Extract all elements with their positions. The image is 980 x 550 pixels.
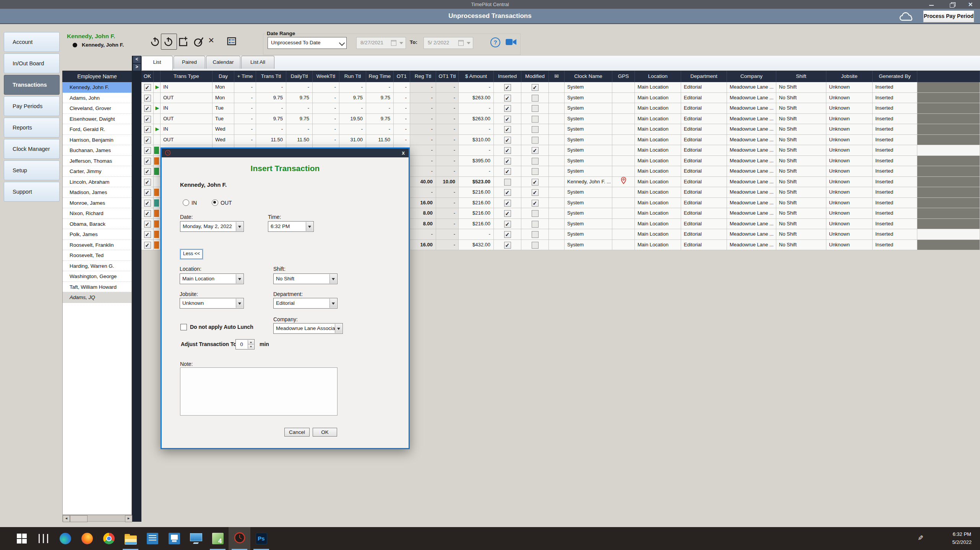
ok-checkbox[interactable]: [144, 189, 151, 196]
ok-checkbox[interactable]: [144, 200, 151, 207]
inserted-checkbox[interactable]: [504, 179, 511, 186]
add-transaction-icon[interactable]: [177, 36, 188, 49]
report-app-icon[interactable]: [141, 527, 163, 550]
column-header-company[interactable]: Company: [727, 71, 776, 82]
cell-ok[interactable]: [141, 166, 154, 177]
cell-ok[interactable]: [141, 82, 154, 93]
ok-checkbox[interactable]: [144, 105, 151, 112]
column-header-amount[interactable]: $ Amount: [459, 71, 494, 82]
table-row[interactable]: ▶INTue----------SystemMain LocationEdito…: [141, 103, 980, 114]
shift-select[interactable]: No Shift: [273, 273, 337, 284]
video-help-icon[interactable]: [505, 37, 517, 48]
cell-ok[interactable]: [141, 145, 154, 156]
fax-app-icon[interactable]: [163, 527, 185, 550]
modified-checkbox[interactable]: [532, 189, 539, 196]
cell-modified[interactable]: [521, 103, 549, 114]
edit-transaction-icon[interactable]: [193, 36, 204, 49]
table-row[interactable]: ▶INWed----------SystemMain LocationEdito…: [141, 124, 980, 135]
tab-scroll-left-button[interactable]: <: [133, 56, 141, 63]
file-explorer-icon[interactable]: [120, 527, 141, 550]
modified-checkbox[interactable]: [532, 126, 539, 133]
cell-modified[interactable]: [521, 114, 549, 125]
adjust-minutes-stepper[interactable]: 0 ▲ ▼: [235, 339, 255, 349]
cell-inserted[interactable]: [494, 240, 521, 251]
modified-checkbox[interactable]: [532, 137, 539, 144]
cell-inserted[interactable]: [494, 166, 521, 177]
employee-row[interactable]: Lincoln, Abraham: [63, 177, 131, 188]
cell-inserted[interactable]: [494, 145, 521, 156]
close-button[interactable]: ✕: [965, 2, 976, 8]
to-date-field[interactable]: 5/ 2/2022: [423, 37, 473, 49]
cell-modified[interactable]: [521, 198, 549, 209]
column-header-clock[interactable]: Clock Name: [565, 71, 612, 82]
cell-modified[interactable]: [521, 219, 549, 230]
sidebar-item-reports[interactable]: Reports: [4, 118, 60, 138]
column-header-inserted[interactable]: Inserted: [494, 71, 521, 82]
cell-ok[interactable]: [141, 114, 154, 125]
inserted-checkbox[interactable]: [504, 95, 511, 102]
process-pay-period-button[interactable]: Process Pay Period: [923, 10, 974, 23]
sidebar-item-support[interactable]: Support: [4, 182, 60, 202]
ok-checkbox[interactable]: [144, 168, 151, 175]
dialog-close-icon[interactable]: x: [402, 150, 405, 156]
cell-ok[interactable]: [141, 229, 154, 240]
column-header-day[interactable]: Day: [213, 71, 234, 82]
employee-row[interactable]: Madison, James: [63, 187, 131, 198]
from-date-field[interactable]: 8/27/2021: [356, 37, 406, 49]
modified-checkbox[interactable]: [532, 179, 539, 186]
restore-button[interactable]: [946, 2, 958, 8]
column-header-location[interactable]: Location: [635, 71, 681, 82]
inserted-checkbox[interactable]: [504, 137, 511, 144]
sidebar-item-pay-periods[interactable]: Pay Periods: [4, 96, 60, 116]
image-viewer-icon[interactable]: 4: [207, 527, 229, 550]
spinner-down-icon[interactable]: ▼: [248, 344, 254, 349]
dialog-date-select[interactable]: Monday, May 2, 2022: [180, 221, 244, 232]
cell-ok[interactable]: [141, 124, 154, 135]
cell-modified[interactable]: [521, 229, 549, 240]
department-select[interactable]: Editorial: [273, 298, 337, 309]
column-header-gen[interactable]: Generated By: [873, 71, 917, 82]
employee-row[interactable]: Adams, John: [63, 93, 131, 104]
cell-inserted[interactable]: [494, 208, 521, 219]
column-header-daily_ttl[interactable]: DailyTtl: [286, 71, 313, 82]
modified-checkbox[interactable]: [532, 158, 539, 165]
modified-checkbox[interactable]: [532, 221, 539, 228]
employee-row[interactable]: Jefferson, Thomas: [63, 156, 131, 167]
table-row[interactable]: OUTTue-9.759.75-19.509.75---$263.00Syste…: [141, 114, 980, 125]
auto-lunch-checkbox[interactable]: [180, 324, 187, 330]
cell-inserted[interactable]: [494, 82, 521, 93]
cell-inserted[interactable]: [494, 177, 521, 188]
employee-row[interactable]: Washington, George: [63, 271, 131, 282]
column-header-plus_time[interactable]: + Time: [234, 71, 256, 82]
column-header-modified[interactable]: Modified: [521, 71, 549, 82]
tab-scroll-right-button[interactable]: >: [133, 63, 141, 71]
tab-list[interactable]: List: [141, 56, 173, 70]
ok-checkbox[interactable]: [144, 95, 151, 102]
start-icon[interactable]: [11, 527, 32, 550]
scroll-right-arrow-icon[interactable]: ►: [125, 515, 132, 522]
column-header-week_ttl[interactable]: WeekTtl: [313, 71, 339, 82]
photoshop-icon[interactable]: Ps: [250, 527, 272, 550]
cell-inserted[interactable]: [494, 103, 521, 114]
cell-modified[interactable]: [521, 208, 549, 219]
scrollbar-thumb[interactable]: [70, 515, 88, 522]
cell-inserted[interactable]: [494, 187, 521, 198]
clock-out-icon[interactable]: [163, 36, 174, 49]
cancel-button[interactable]: Cancel: [284, 428, 310, 437]
jobsite-select[interactable]: Unknown: [180, 298, 244, 309]
ok-checkbox[interactable]: [144, 84, 151, 91]
tab-calendar[interactable]: Calendar: [206, 56, 240, 69]
cell-modified[interactable]: [521, 156, 549, 167]
cell-inserted[interactable]: [494, 198, 521, 209]
inserted-checkbox[interactable]: [504, 168, 511, 175]
inserted-checkbox[interactable]: [504, 116, 511, 123]
column-header-arrow[interactable]: [154, 71, 161, 82]
employee-row[interactable]: Harrison, Benjamin: [63, 135, 131, 146]
employee-row[interactable]: Adams, JQ: [63, 292, 131, 303]
employee-row[interactable]: Roosevelt, Ted: [63, 250, 131, 261]
column-header-trailing[interactable]: [917, 71, 980, 82]
cell-ok[interactable]: [141, 240, 154, 251]
cell-ok[interactable]: [141, 156, 154, 167]
cell-inserted[interactable]: [494, 124, 521, 135]
ok-checkbox[interactable]: [144, 221, 151, 228]
